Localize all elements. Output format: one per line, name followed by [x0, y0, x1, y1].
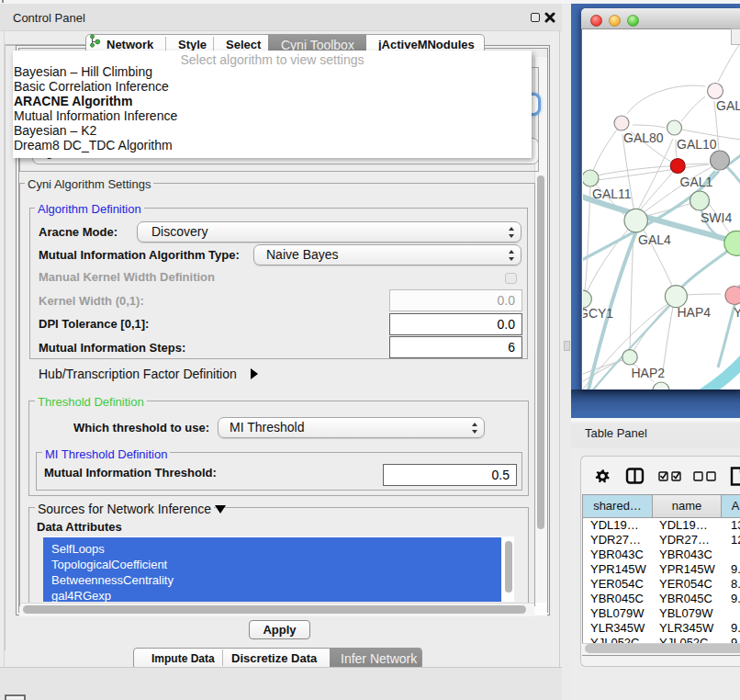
svg-text:HAP4: HAP4: [678, 305, 712, 320]
svg-text:GAL4: GAL4: [638, 232, 671, 247]
svg-text:HAP2: HAP2: [632, 366, 666, 380]
svg-text:SWI4: SWI4: [701, 210, 732, 225]
svg-text:GAL1: GAL1: [680, 175, 713, 189]
svg-text:GAL11: GAL11: [592, 186, 632, 201]
svg-text:GAL80: GAL80: [623, 130, 664, 145]
svg-text:GAL10: GAL10: [677, 137, 717, 152]
svg-text:Y: Y: [734, 305, 740, 320]
svg-text:GAL7: GAL7: [716, 98, 740, 113]
svg-text:GCY1: GCY1: [583, 306, 613, 321]
